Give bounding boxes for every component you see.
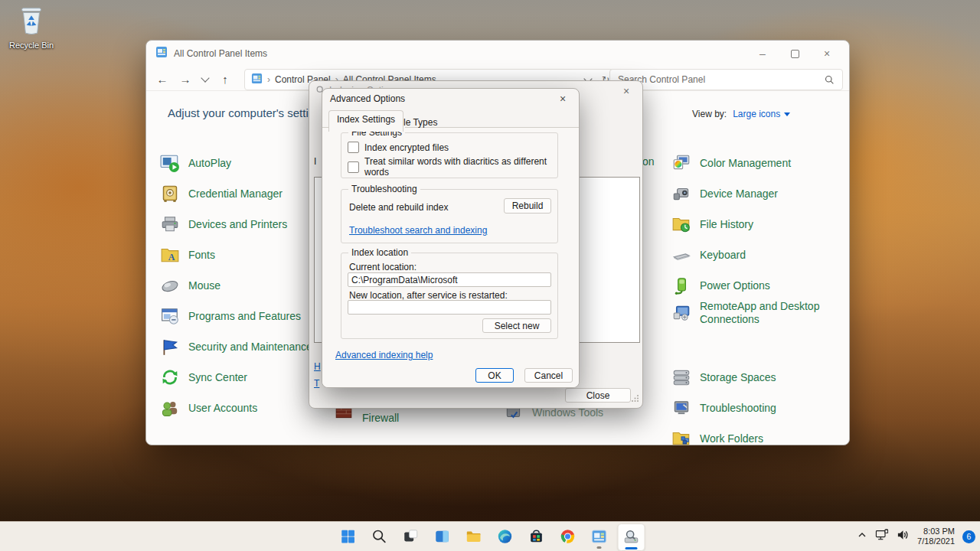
minimize-button[interactable]: – — [746, 41, 779, 66]
tray-time: 8:03 PM — [917, 527, 955, 536]
diacritics-label: Treat similar words with diacritics as d… — [364, 156, 557, 178]
cp-item-fonts[interactable]: A Fonts — [160, 244, 215, 266]
credential-manager-icon — [160, 184, 180, 204]
cp-item-devices-printers[interactable]: Devices and Printers — [160, 214, 287, 235]
chrome-icon — [560, 528, 577, 545]
cp-item-autoplay[interactable]: AutoPlay — [160, 152, 231, 174]
forward-button[interactable]: → — [175, 69, 195, 89]
troubleshooting-group: Troubleshooting Delete and rebuild index… — [341, 189, 558, 243]
user-accounts-icon — [160, 398, 180, 418]
advanced-dialog-close-icon[interactable]: × — [551, 90, 574, 107]
widgets-button[interactable] — [430, 523, 456, 549]
cp-item-mouse[interactable]: Mouse — [160, 275, 220, 296]
breadcrumb-separator: › — [267, 74, 270, 85]
cp-item-keyboard[interactable]: Keyboard — [671, 244, 746, 266]
cp-item-security-maintenance[interactable]: Security and Maintenance — [160, 336, 312, 357]
search-icon — [371, 528, 388, 545]
programs-and-features-icon — [160, 306, 180, 326]
microsoft-store-button[interactable] — [524, 523, 550, 549]
advanced-options-dialog: Advanced Options × Index Settings File T… — [322, 88, 580, 388]
mouse-icon — [160, 276, 180, 295]
cp-item-power-options[interactable]: Power Options — [671, 275, 770, 296]
troubleshoot-search-link[interactable]: Troubleshoot search and indexing — [349, 225, 487, 236]
advanced-dialog-title: Advanced Options — [330, 93, 405, 104]
taskbar-icons — [335, 523, 645, 551]
diacritics-option[interactable]: Treat similar words with diacritics as d… — [348, 156, 557, 178]
file-explorer-button[interactable] — [461, 523, 487, 549]
security-and-maintenance-icon — [160, 337, 180, 357]
window-titlebar: All Control Panel Items – × — [146, 41, 849, 67]
view-by-dropdown[interactable]: Large icons — [733, 109, 790, 119]
resize-grip-icon[interactable] — [631, 392, 639, 406]
back-button[interactable]: ← — [152, 69, 172, 89]
remoteapp-icon — [671, 303, 691, 323]
checkbox-icon[interactable] — [348, 161, 359, 173]
recycle-bin-desktop-icon[interactable]: Recycle Bin — [6, 5, 57, 50]
close-window-button[interactable]: × — [811, 41, 843, 66]
page-title: Adjust your computer's settings — [168, 106, 327, 119]
tab-index-settings[interactable]: Index Settings — [328, 110, 403, 132]
maximize-icon — [791, 50, 799, 58]
search-icon[interactable] — [825, 75, 842, 85]
new-location-field[interactable] — [348, 300, 551, 315]
taskbar-search-button[interactable] — [367, 523, 393, 549]
cp-item-credential-manager[interactable]: Credential Manager — [160, 183, 283, 204]
cp-item-troubleshooting[interactable]: Troubleshooting — [671, 397, 776, 419]
index-encrypted-files-label: Index encrypted files — [364, 142, 449, 153]
taskbar-clock[interactable]: 8:03 PM 7/18/2021 — [917, 527, 955, 546]
fonts-icon: A — [160, 245, 180, 265]
widgets-icon — [434, 528, 451, 545]
window-title: All Control Panel Items — [174, 48, 267, 59]
delete-rebuild-label: Delete and rebuild index — [349, 202, 448, 213]
chrome-button[interactable] — [555, 523, 581, 549]
start-button[interactable] — [335, 523, 361, 549]
indexing-close-button[interactable]: Close — [565, 388, 631, 403]
cp-item-sync-center[interactable]: Sync Center — [160, 367, 247, 388]
recent-pages-chevron[interactable] — [195, 69, 215, 89]
color-management-icon — [671, 153, 691, 173]
advanced-indexing-help-link[interactable]: Advanced indexing help — [335, 350, 433, 360]
ok-button[interactable]: OK — [475, 368, 514, 383]
indexing-dialog-close-icon[interactable]: × — [615, 83, 638, 99]
rebuild-button[interactable]: Rebuild — [504, 198, 551, 214]
cp-item-device-manager[interactable]: Device Manager — [671, 183, 778, 204]
select-new-button[interactable]: Select new — [482, 318, 551, 333]
cp-item-file-history[interactable]: File History — [671, 214, 753, 235]
taskbar: 8:03 PM 7/18/2021 6 — [0, 521, 980, 551]
file-history-icon — [671, 214, 691, 234]
keyboard-icon — [671, 245, 691, 265]
cp-item-remoteapp[interactable]: RemoteApp and Desktop Connections — [671, 302, 847, 324]
view-by-label: View by: — [692, 109, 727, 119]
index-encrypted-files-option[interactable]: Index encrypted files — [348, 142, 449, 153]
up-button[interactable]: ↑ — [215, 69, 235, 89]
current-location-field[interactable] — [348, 272, 551, 287]
cp-item-partial-hidden-tail[interactable]: on — [642, 155, 655, 168]
devices-and-printers-icon — [160, 214, 180, 234]
hidden-icons-chevron[interactable] — [857, 530, 867, 543]
index-location-group: Index location Current location: New loc… — [341, 253, 558, 339]
cp-item-storage-spaces[interactable]: Storage Spaces — [671, 367, 776, 388]
cp-item-programs-features[interactable]: Programs and Features — [160, 305, 301, 327]
indexing-options-taskbar-button[interactable] — [618, 523, 645, 551]
troubleshooting-legend: Troubleshooting — [348, 184, 420, 194]
edge-button[interactable] — [492, 523, 518, 549]
tray-date: 7/18/2021 — [917, 536, 955, 546]
checkbox-icon[interactable] — [348, 142, 359, 153]
troubleshooting-icon — [671, 398, 691, 418]
task-view-button[interactable] — [398, 523, 424, 549]
recycle-bin-icon — [17, 26, 46, 39]
cp-item-work-folders[interactable]: Work Folders — [671, 428, 763, 449]
maximize-button[interactable] — [779, 41, 811, 66]
cp-item-color-management[interactable]: Color Management — [671, 152, 791, 174]
svg-text:A: A — [168, 252, 175, 262]
control-panel-taskbar-button[interactable] — [586, 523, 612, 549]
running-indicator — [597, 546, 602, 549]
cancel-button[interactable]: Cancel — [524, 368, 573, 383]
view-by-value: Large icons — [733, 109, 780, 119]
cp-item-user-accounts[interactable]: User Accounts — [160, 397, 257, 419]
windows-logo-icon — [340, 528, 357, 545]
network-icon[interactable] — [875, 529, 889, 544]
volume-icon[interactable] — [897, 529, 910, 544]
notification-badge[interactable]: 6 — [962, 530, 975, 543]
view-by-control: View by: Large icons — [692, 109, 790, 119]
